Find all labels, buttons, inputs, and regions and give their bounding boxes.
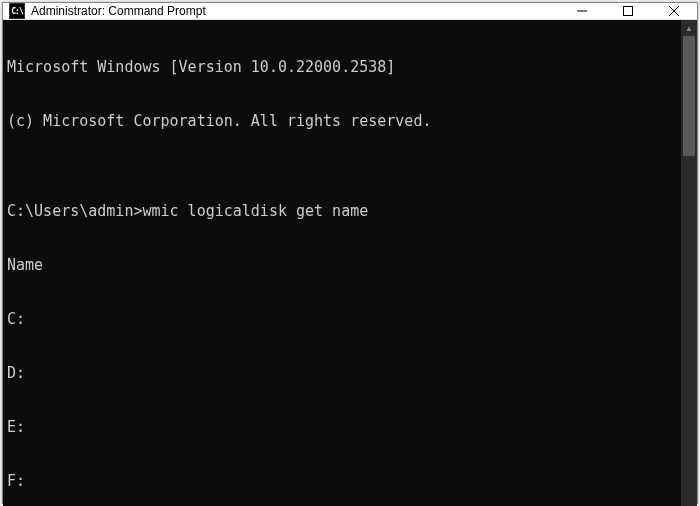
terminal-output[interactable]: Microsoft Windows [Version 10.0.22000.25… (3, 20, 681, 506)
maximize-button[interactable] (605, 3, 651, 19)
command-prompt-window: C:\ Administrator: Command Prompt Micros… (2, 2, 698, 504)
terminal-line: E: (7, 418, 677, 436)
window-controls (559, 3, 697, 19)
terminal-line: F: (7, 472, 677, 490)
terminal-area: Microsoft Windows [Version 10.0.22000.25… (3, 20, 697, 506)
app-icon: C:\ (9, 3, 25, 19)
minimize-icon (577, 6, 587, 16)
maximize-icon (623, 6, 633, 16)
close-icon (669, 6, 679, 16)
vertical-scrollbar[interactable]: ▲ ▼ (681, 20, 697, 506)
scroll-up-icon[interactable]: ▲ (681, 20, 697, 36)
terminal-line: C: (7, 310, 677, 328)
minimize-button[interactable] (559, 3, 605, 19)
terminal-line: D: (7, 364, 677, 382)
terminal-line: C:\Users\admin>wmic logicaldisk get name (7, 202, 677, 220)
terminal-line: Name (7, 256, 677, 274)
scrollbar-thumb[interactable] (683, 36, 695, 156)
terminal-line: Microsoft Windows [Version 10.0.22000.25… (7, 58, 677, 76)
terminal-line: (c) Microsoft Corporation. All rights re… (7, 112, 677, 130)
svg-rect-1 (624, 7, 633, 16)
app-icon-text: C:\ (11, 7, 22, 16)
titlebar[interactable]: C:\ Administrator: Command Prompt (3, 3, 697, 20)
window-title: Administrator: Command Prompt (31, 4, 559, 18)
close-button[interactable] (651, 3, 697, 19)
